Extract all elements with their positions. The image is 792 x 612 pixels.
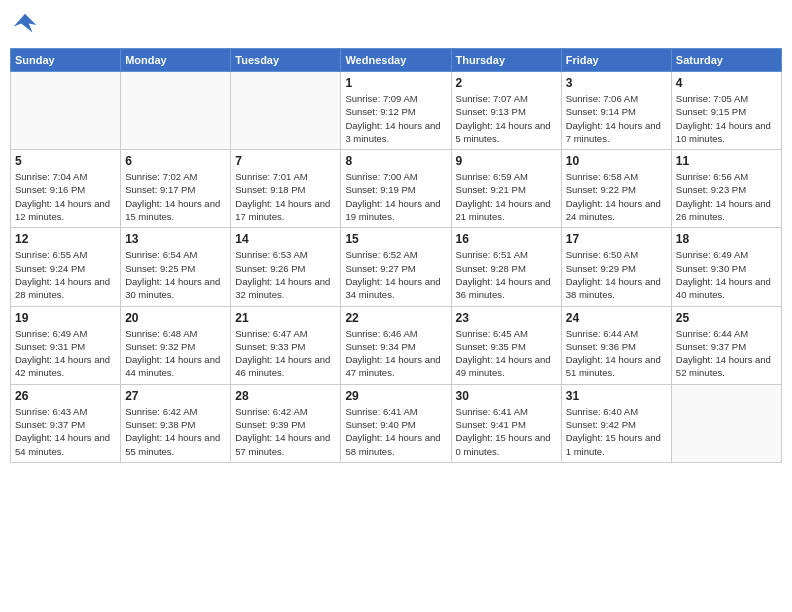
day-number: 26 (15, 389, 116, 403)
day-number: 24 (566, 311, 667, 325)
day-info: Sunrise: 6:54 AMSunset: 9:25 PMDaylight:… (125, 248, 226, 301)
weekday-header: Tuesday (231, 49, 341, 72)
calendar-cell: 31 Sunrise: 6:40 AMSunset: 9:42 PMDaylig… (561, 384, 671, 462)
weekday-header: Thursday (451, 49, 561, 72)
day-info: Sunrise: 6:52 AMSunset: 9:27 PMDaylight:… (345, 248, 446, 301)
svg-marker-0 (14, 14, 37, 33)
calendar-cell: 19 Sunrise: 6:49 AMSunset: 9:31 PMDaylig… (11, 306, 121, 384)
calendar-cell (11, 72, 121, 150)
calendar-cell: 15 Sunrise: 6:52 AMSunset: 9:27 PMDaylig… (341, 228, 451, 306)
calendar-cell: 4 Sunrise: 7:05 AMSunset: 9:15 PMDayligh… (671, 72, 781, 150)
calendar-week-row: 12 Sunrise: 6:55 AMSunset: 9:24 PMDaylig… (11, 228, 782, 306)
calendar-cell: 12 Sunrise: 6:55 AMSunset: 9:24 PMDaylig… (11, 228, 121, 306)
weekday-header: Sunday (11, 49, 121, 72)
day-info: Sunrise: 6:43 AMSunset: 9:37 PMDaylight:… (15, 405, 116, 458)
calendar-cell: 20 Sunrise: 6:48 AMSunset: 9:32 PMDaylig… (121, 306, 231, 384)
calendar-cell: 16 Sunrise: 6:51 AMSunset: 9:28 PMDaylig… (451, 228, 561, 306)
day-info: Sunrise: 6:44 AMSunset: 9:37 PMDaylight:… (676, 327, 777, 380)
calendar-cell: 18 Sunrise: 6:49 AMSunset: 9:30 PMDaylig… (671, 228, 781, 306)
day-number: 9 (456, 154, 557, 168)
day-number: 23 (456, 311, 557, 325)
calendar-week-row: 19 Sunrise: 6:49 AMSunset: 9:31 PMDaylig… (11, 306, 782, 384)
day-number: 18 (676, 232, 777, 246)
calendar-table: SundayMondayTuesdayWednesdayThursdayFrid… (10, 48, 782, 463)
calendar-cell: 2 Sunrise: 7:07 AMSunset: 9:13 PMDayligh… (451, 72, 561, 150)
page-header (10, 10, 782, 40)
calendar-cell: 7 Sunrise: 7:01 AMSunset: 9:18 PMDayligh… (231, 150, 341, 228)
calendar-cell: 14 Sunrise: 6:53 AMSunset: 9:26 PMDaylig… (231, 228, 341, 306)
day-number: 11 (676, 154, 777, 168)
calendar-cell: 13 Sunrise: 6:54 AMSunset: 9:25 PMDaylig… (121, 228, 231, 306)
calendar-cell (231, 72, 341, 150)
weekday-header: Monday (121, 49, 231, 72)
calendar-week-row: 1 Sunrise: 7:09 AMSunset: 9:12 PMDayligh… (11, 72, 782, 150)
day-number: 4 (676, 76, 777, 90)
calendar-cell: 28 Sunrise: 6:42 AMSunset: 9:39 PMDaylig… (231, 384, 341, 462)
day-number: 29 (345, 389, 446, 403)
calendar-week-row: 26 Sunrise: 6:43 AMSunset: 9:37 PMDaylig… (11, 384, 782, 462)
day-number: 6 (125, 154, 226, 168)
day-info: Sunrise: 6:53 AMSunset: 9:26 PMDaylight:… (235, 248, 336, 301)
calendar-cell: 10 Sunrise: 6:58 AMSunset: 9:22 PMDaylig… (561, 150, 671, 228)
calendar-week-row: 5 Sunrise: 7:04 AMSunset: 9:16 PMDayligh… (11, 150, 782, 228)
calendar-cell: 29 Sunrise: 6:41 AMSunset: 9:40 PMDaylig… (341, 384, 451, 462)
day-number: 28 (235, 389, 336, 403)
day-number: 16 (456, 232, 557, 246)
day-info: Sunrise: 6:59 AMSunset: 9:21 PMDaylight:… (456, 170, 557, 223)
day-info: Sunrise: 6:51 AMSunset: 9:28 PMDaylight:… (456, 248, 557, 301)
day-info: Sunrise: 6:47 AMSunset: 9:33 PMDaylight:… (235, 327, 336, 380)
day-info: Sunrise: 6:42 AMSunset: 9:38 PMDaylight:… (125, 405, 226, 458)
day-number: 14 (235, 232, 336, 246)
calendar-cell: 25 Sunrise: 6:44 AMSunset: 9:37 PMDaylig… (671, 306, 781, 384)
calendar-cell: 1 Sunrise: 7:09 AMSunset: 9:12 PMDayligh… (341, 72, 451, 150)
day-info: Sunrise: 7:05 AMSunset: 9:15 PMDaylight:… (676, 92, 777, 145)
day-number: 3 (566, 76, 667, 90)
day-info: Sunrise: 7:04 AMSunset: 9:16 PMDaylight:… (15, 170, 116, 223)
calendar-cell: 11 Sunrise: 6:56 AMSunset: 9:23 PMDaylig… (671, 150, 781, 228)
day-info: Sunrise: 6:48 AMSunset: 9:32 PMDaylight:… (125, 327, 226, 380)
calendar-cell: 21 Sunrise: 6:47 AMSunset: 9:33 PMDaylig… (231, 306, 341, 384)
calendar-cell: 23 Sunrise: 6:45 AMSunset: 9:35 PMDaylig… (451, 306, 561, 384)
day-number: 8 (345, 154, 446, 168)
calendar-cell: 24 Sunrise: 6:44 AMSunset: 9:36 PMDaylig… (561, 306, 671, 384)
day-info: Sunrise: 7:09 AMSunset: 9:12 PMDaylight:… (345, 92, 446, 145)
day-number: 15 (345, 232, 446, 246)
calendar-cell: 27 Sunrise: 6:42 AMSunset: 9:38 PMDaylig… (121, 384, 231, 462)
day-info: Sunrise: 6:49 AMSunset: 9:30 PMDaylight:… (676, 248, 777, 301)
day-info: Sunrise: 6:56 AMSunset: 9:23 PMDaylight:… (676, 170, 777, 223)
day-number: 27 (125, 389, 226, 403)
day-number: 13 (125, 232, 226, 246)
calendar-header: SundayMondayTuesdayWednesdayThursdayFrid… (11, 49, 782, 72)
day-info: Sunrise: 6:40 AMSunset: 9:42 PMDaylight:… (566, 405, 667, 458)
day-info: Sunrise: 6:41 AMSunset: 9:41 PMDaylight:… (456, 405, 557, 458)
day-info: Sunrise: 6:44 AMSunset: 9:36 PMDaylight:… (566, 327, 667, 380)
day-info: Sunrise: 6:41 AMSunset: 9:40 PMDaylight:… (345, 405, 446, 458)
day-number: 10 (566, 154, 667, 168)
calendar-cell: 30 Sunrise: 6:41 AMSunset: 9:41 PMDaylig… (451, 384, 561, 462)
calendar-body: 1 Sunrise: 7:09 AMSunset: 9:12 PMDayligh… (11, 72, 782, 463)
day-info: Sunrise: 6:42 AMSunset: 9:39 PMDaylight:… (235, 405, 336, 458)
weekday-header: Saturday (671, 49, 781, 72)
calendar-cell: 22 Sunrise: 6:46 AMSunset: 9:34 PMDaylig… (341, 306, 451, 384)
day-number: 22 (345, 311, 446, 325)
calendar-cell (671, 384, 781, 462)
day-number: 21 (235, 311, 336, 325)
day-number: 25 (676, 311, 777, 325)
day-number: 12 (15, 232, 116, 246)
day-number: 31 (566, 389, 667, 403)
logo-icon (10, 10, 40, 40)
day-info: Sunrise: 7:07 AMSunset: 9:13 PMDaylight:… (456, 92, 557, 145)
day-number: 20 (125, 311, 226, 325)
weekday-header: Friday (561, 49, 671, 72)
logo (10, 10, 42, 40)
day-number: 2 (456, 76, 557, 90)
day-info: Sunrise: 6:58 AMSunset: 9:22 PMDaylight:… (566, 170, 667, 223)
day-info: Sunrise: 7:01 AMSunset: 9:18 PMDaylight:… (235, 170, 336, 223)
calendar-cell: 6 Sunrise: 7:02 AMSunset: 9:17 PMDayligh… (121, 150, 231, 228)
calendar-cell: 17 Sunrise: 6:50 AMSunset: 9:29 PMDaylig… (561, 228, 671, 306)
day-info: Sunrise: 7:00 AMSunset: 9:19 PMDaylight:… (345, 170, 446, 223)
calendar-cell: 9 Sunrise: 6:59 AMSunset: 9:21 PMDayligh… (451, 150, 561, 228)
calendar-cell: 8 Sunrise: 7:00 AMSunset: 9:19 PMDayligh… (341, 150, 451, 228)
day-info: Sunrise: 6:49 AMSunset: 9:31 PMDaylight:… (15, 327, 116, 380)
day-info: Sunrise: 6:45 AMSunset: 9:35 PMDaylight:… (456, 327, 557, 380)
